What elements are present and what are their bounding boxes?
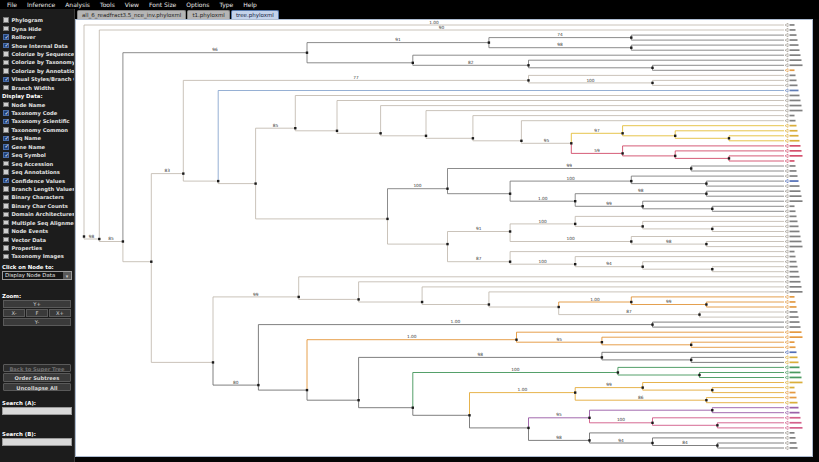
internal-node-marker[interactable]: [357, 298, 359, 300]
internal-node-marker[interactable]: [574, 263, 576, 265]
collapsed-subtree-triangle-icon[interactable]: [785, 59, 788, 62]
checkbox-checked-icon[interactable]: [3, 34, 9, 40]
taxon-label[interactable]: [790, 256, 796, 258]
internal-node-marker[interactable]: [711, 268, 713, 270]
checkbox-unchecked-icon[interactable]: [3, 60, 9, 66]
taxon-label[interactable]: [790, 120, 796, 122]
collapsed-subtree-triangle-icon[interactable]: [785, 280, 788, 283]
internal-node-marker[interactable]: [651, 82, 653, 84]
checkbox-row-multiple-seq-alignment[interactable]: Multiple Seq Alignment: [0, 219, 74, 227]
collapsed-subtree-triangle-icon[interactable]: [785, 386, 788, 389]
taxon-label[interactable]: [790, 382, 803, 384]
collapsed-subtree-triangle-icon[interactable]: [785, 371, 788, 374]
taxon-label[interactable]: [790, 362, 799, 364]
search-b-input[interactable]: [2, 438, 72, 446]
collapsed-subtree-triangle-icon[interactable]: [785, 376, 788, 379]
collapsed-subtree-triangle-icon[interactable]: [785, 366, 788, 369]
taxon-label[interactable]: [790, 210, 796, 212]
zoom-x-minus-button[interactable]: X-: [3, 309, 25, 317]
checkbox-unchecked-icon[interactable]: [3, 102, 9, 108]
collapsed-subtree-triangle-icon[interactable]: [785, 265, 788, 268]
menu-file[interactable]: File: [3, 1, 21, 8]
internal-node-marker[interactable]: [257, 384, 259, 386]
internal-node-marker[interactable]: [515, 339, 517, 341]
internal-node-marker[interactable]: [509, 230, 511, 232]
internal-node-marker[interactable]: [83, 235, 85, 237]
collapsed-subtree-triangle-icon[interactable]: [785, 38, 788, 41]
collapsed-subtree-triangle-icon[interactable]: [785, 164, 788, 167]
internal-node-marker[interactable]: [716, 444, 718, 446]
collapsed-subtree-triangle-icon[interactable]: [785, 205, 788, 208]
taxon-label[interactable]: [790, 221, 798, 223]
taxon-label[interactable]: [790, 246, 803, 248]
collapsed-subtree-triangle-icon[interactable]: [785, 99, 788, 102]
internal-node-marker[interactable]: [711, 389, 713, 391]
checkbox-unchecked-icon[interactable]: [3, 68, 9, 74]
collapsed-subtree-triangle-icon[interactable]: [785, 74, 788, 77]
checkbox-checked-icon[interactable]: [3, 77, 9, 83]
collapsed-subtree-triangle-icon[interactable]: [785, 94, 788, 97]
taxon-label[interactable]: [790, 422, 802, 424]
collapsed-subtree-triangle-icon[interactable]: [785, 270, 788, 273]
collapsed-subtree-triangle-icon[interactable]: [785, 69, 788, 72]
checkbox-row-taxonomy-common[interactable]: Taxonomy Common: [0, 126, 74, 134]
taxon-label[interactable]: [790, 341, 795, 343]
collapsed-subtree-triangle-icon[interactable]: [785, 356, 788, 359]
taxon-label[interactable]: [790, 346, 796, 348]
collapsed-subtree-triangle-icon[interactable]: [785, 149, 788, 152]
collapsed-subtree-triangle-icon[interactable]: [785, 49, 788, 52]
collapsed-subtree-triangle-icon[interactable]: [785, 260, 788, 263]
taxon-label[interactable]: [790, 115, 795, 117]
collapsed-subtree-triangle-icon[interactable]: [785, 235, 788, 238]
collapsed-subtree-triangle-icon[interactable]: [785, 159, 788, 162]
checkbox-unchecked-icon[interactable]: [3, 161, 9, 167]
menu-analysis[interactable]: Analysis: [61, 1, 94, 8]
taxon-label[interactable]: [790, 49, 800, 51]
taxon-label[interactable]: [790, 64, 803, 66]
checkbox-row-taxonomy-images[interactable]: Taxonomy Images: [0, 252, 74, 260]
taxon-label[interactable]: [790, 367, 800, 369]
taxon-label[interactable]: [790, 407, 799, 409]
checkbox-row-colorize-by-taxonomy[interactable]: Colorize by Taxonomy: [0, 58, 74, 66]
internal-node-marker[interactable]: [574, 223, 576, 225]
collapsed-subtree-triangle-icon[interactable]: [785, 361, 788, 364]
taxon-label[interactable]: [790, 185, 800, 187]
taxon-label[interactable]: [790, 200, 803, 202]
taxon-label[interactable]: [790, 437, 796, 439]
internal-node-marker[interactable]: [468, 414, 470, 416]
taxon-label[interactable]: [790, 402, 798, 404]
internal-node-marker[interactable]: [446, 188, 448, 190]
taxon-label[interactable]: [790, 271, 799, 273]
collapsed-subtree-triangle-icon[interactable]: [785, 109, 788, 112]
taxon-label[interactable]: [790, 281, 801, 283]
taxon-label[interactable]: [790, 216, 797, 218]
internal-node-marker[interactable]: [336, 130, 338, 132]
zoom-y-plus-button[interactable]: Y+: [3, 300, 71, 308]
checkbox-unchecked-icon[interactable]: [3, 212, 9, 218]
taxon-label[interactable]: [790, 336, 803, 338]
collapsed-subtree-triangle-icon[interactable]: [785, 431, 788, 434]
collapsed-subtree-triangle-icon[interactable]: [785, 275, 788, 278]
internal-node-marker[interactable]: [690, 344, 692, 346]
checkbox-row-show-internal-data[interactable]: Show Internal Data: [0, 41, 74, 49]
taxon-label[interactable]: [790, 44, 799, 46]
taxon-label[interactable]: [790, 165, 796, 167]
internal-node-marker[interactable]: [674, 155, 676, 157]
collapsed-subtree-triangle-icon[interactable]: [785, 43, 788, 46]
checkbox-unchecked-icon[interactable]: [3, 245, 9, 251]
collapsed-subtree-triangle-icon[interactable]: [785, 174, 788, 177]
internal-node-marker[interactable]: [217, 180, 219, 182]
taxon-label[interactable]: [790, 266, 798, 268]
taxon-label[interactable]: [790, 100, 801, 102]
checkbox-row-seq-annotations[interactable]: Seq Annotations: [0, 168, 74, 176]
collapsed-subtree-triangle-icon[interactable]: [785, 134, 788, 137]
internal-node-marker[interactable]: [630, 240, 632, 242]
checkbox-checked-icon[interactable]: [3, 110, 9, 116]
internal-node-marker[interactable]: [588, 417, 590, 419]
menu-inference[interactable]: Inference: [23, 1, 59, 8]
internal-node-marker[interactable]: [527, 79, 529, 81]
menu-type[interactable]: Type: [215, 1, 237, 8]
taxon-label[interactable]: [790, 286, 802, 288]
taxon-label[interactable]: [790, 54, 801, 56]
internal-node-marker[interactable]: [642, 266, 644, 268]
